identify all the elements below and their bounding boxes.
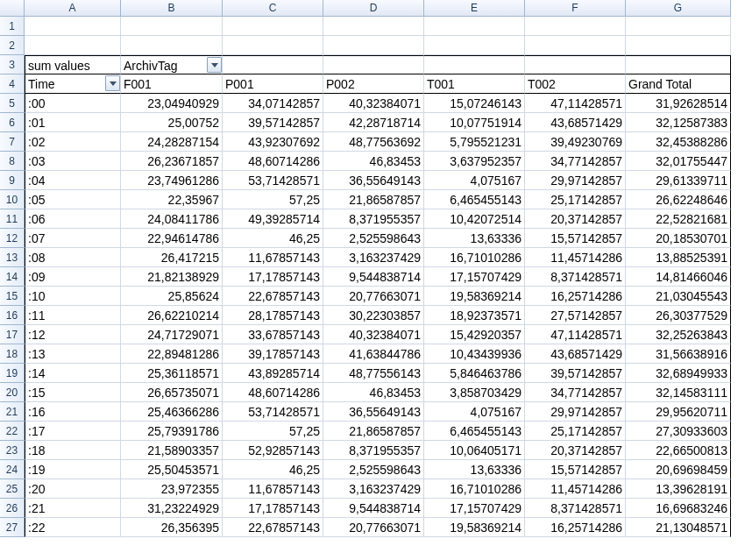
pivot-measure-cell[interactable]: sum values bbox=[25, 55, 121, 74]
row-header-3[interactable]: 3 bbox=[0, 55, 25, 74]
data-cell[interactable]: 13,63336 bbox=[424, 460, 525, 479]
data-cell[interactable]: 42,28718714 bbox=[323, 113, 424, 132]
data-cell[interactable]: 57,25 bbox=[223, 190, 323, 209]
data-cell[interactable]: 17,17857143 bbox=[223, 267, 323, 287]
data-cell[interactable]: 40,32384071 bbox=[323, 325, 424, 344]
data-cell[interactable]: 29,97142857 bbox=[525, 171, 626, 190]
data-cell[interactable]: 8,371428571 bbox=[525, 499, 626, 518]
cell[interactable] bbox=[525, 17, 626, 36]
data-cell[interactable]: 23,04940929 bbox=[121, 94, 223, 113]
cell[interactable] bbox=[25, 17, 121, 36]
data-cell[interactable]: 23,74961286 bbox=[121, 171, 223, 190]
row-header-1[interactable]: 1 bbox=[0, 17, 25, 36]
data-cell[interactable]: 25,46366286 bbox=[121, 402, 223, 422]
time-cell[interactable]: :16 bbox=[25, 402, 121, 422]
data-cell[interactable]: 32,45388286 bbox=[626, 132, 731, 152]
data-cell[interactable]: 48,60714286 bbox=[223, 383, 323, 402]
time-cell[interactable]: :22 bbox=[25, 518, 121, 537]
data-cell[interactable]: 8,371955357 bbox=[323, 209, 424, 229]
pivot-column-field[interactable]: ArchivTag bbox=[121, 55, 223, 74]
data-cell[interactable]: 11,45714286 bbox=[525, 479, 626, 499]
data-cell[interactable]: 13,39628191 bbox=[626, 479, 731, 499]
cell[interactable] bbox=[121, 36, 223, 55]
data-cell[interactable]: 10,06405171 bbox=[424, 441, 525, 460]
data-cell[interactable]: 11,67857143 bbox=[223, 248, 323, 267]
column-header-B[interactable]: B bbox=[121, 0, 223, 17]
data-cell[interactable]: 26,62248646 bbox=[626, 190, 731, 209]
data-cell[interactable]: 43,92307692 bbox=[223, 132, 323, 152]
data-cell[interactable]: 47,11428571 bbox=[525, 325, 626, 344]
row-header-2[interactable]: 2 bbox=[0, 36, 25, 55]
data-cell[interactable]: 33,67857143 bbox=[223, 325, 323, 344]
row-header-4[interactable]: 4 bbox=[0, 74, 25, 94]
data-cell[interactable]: 36,55649143 bbox=[323, 402, 424, 422]
cell[interactable] bbox=[323, 17, 424, 36]
data-cell[interactable]: 30,22303857 bbox=[323, 306, 424, 325]
row-header-25[interactable]: 25 bbox=[0, 479, 25, 499]
data-cell[interactable]: 26,62210214 bbox=[121, 306, 223, 325]
cell[interactable] bbox=[424, 17, 525, 36]
time-cell[interactable]: :19 bbox=[25, 460, 121, 479]
data-cell[interactable]: 29,61339711 bbox=[626, 171, 731, 190]
row-header-24[interactable]: 24 bbox=[0, 460, 25, 479]
row-header-11[interactable]: 11 bbox=[0, 209, 25, 229]
time-cell[interactable]: :14 bbox=[25, 364, 121, 383]
data-cell[interactable]: 32,25263843 bbox=[626, 325, 731, 344]
cell[interactable] bbox=[223, 55, 323, 74]
cell[interactable] bbox=[424, 55, 525, 74]
data-cell[interactable]: 13,88525391 bbox=[626, 248, 731, 267]
row-header-8[interactable]: 8 bbox=[0, 152, 25, 171]
data-cell[interactable]: 22,35967 bbox=[121, 190, 223, 209]
data-cell[interactable]: 11,67857143 bbox=[223, 479, 323, 499]
time-cell[interactable]: :21 bbox=[25, 499, 121, 518]
time-cell[interactable]: :13 bbox=[25, 344, 121, 364]
pivot-col-P002[interactable]: P002 bbox=[323, 74, 424, 94]
data-cell[interactable]: 36,55649143 bbox=[323, 171, 424, 190]
data-cell[interactable]: 15,57142857 bbox=[525, 460, 626, 479]
data-cell[interactable]: 19,58369214 bbox=[424, 518, 525, 537]
data-cell[interactable]: 53,71428571 bbox=[223, 171, 323, 190]
data-cell[interactable]: 31,56638916 bbox=[626, 344, 731, 364]
row-header-21[interactable]: 21 bbox=[0, 402, 25, 422]
data-cell[interactable]: 20,37142857 bbox=[525, 441, 626, 460]
data-cell[interactable]: 43,68571429 bbox=[525, 344, 626, 364]
data-cell[interactable]: 4,075167 bbox=[424, 171, 525, 190]
data-cell[interactable]: 25,85624 bbox=[121, 287, 223, 306]
data-cell[interactable]: 32,14583111 bbox=[626, 383, 731, 402]
cell[interactable] bbox=[525, 36, 626, 55]
data-cell[interactable]: 46,83453 bbox=[323, 383, 424, 402]
data-cell[interactable]: 17,15707429 bbox=[424, 499, 525, 518]
data-cell[interactable]: 9,544838714 bbox=[323, 499, 424, 518]
data-cell[interactable]: 53,71428571 bbox=[223, 402, 323, 422]
row-header-9[interactable]: 9 bbox=[0, 171, 25, 190]
row-header-12[interactable]: 12 bbox=[0, 229, 25, 248]
time-cell[interactable]: :08 bbox=[25, 248, 121, 267]
data-cell[interactable]: 34,07142857 bbox=[223, 94, 323, 113]
data-cell[interactable]: 48,60714286 bbox=[223, 152, 323, 171]
data-cell[interactable]: 21,13048571 bbox=[626, 518, 731, 537]
data-cell[interactable]: 13,63336 bbox=[424, 229, 525, 248]
time-cell[interactable]: :18 bbox=[25, 441, 121, 460]
data-cell[interactable]: 23,972355 bbox=[121, 479, 223, 499]
column-header-E[interactable]: E bbox=[424, 0, 525, 17]
time-cell[interactable]: :09 bbox=[25, 267, 121, 287]
data-cell[interactable]: 8,371428571 bbox=[525, 267, 626, 287]
pivot-col-F001[interactable]: F001 bbox=[121, 74, 223, 94]
row-header-16[interactable]: 16 bbox=[0, 306, 25, 325]
data-cell[interactable]: 10,43439936 bbox=[424, 344, 525, 364]
column-header-F[interactable]: F bbox=[525, 0, 626, 17]
data-cell[interactable]: 49,39285714 bbox=[223, 209, 323, 229]
data-cell[interactable]: 31,23224929 bbox=[121, 499, 223, 518]
data-cell[interactable]: 3,858703429 bbox=[424, 383, 525, 402]
data-cell[interactable]: 15,57142857 bbox=[525, 229, 626, 248]
data-cell[interactable]: 21,86587857 bbox=[323, 190, 424, 209]
data-cell[interactable]: 32,12587383 bbox=[626, 113, 731, 132]
data-cell[interactable]: 15,07246143 bbox=[424, 94, 525, 113]
pivot-col-T001[interactable]: T001 bbox=[424, 74, 525, 94]
data-cell[interactable]: 52,92857143 bbox=[223, 441, 323, 460]
time-cell[interactable]: :02 bbox=[25, 132, 121, 152]
row-header-6[interactable]: 6 bbox=[0, 113, 25, 132]
data-cell[interactable]: 26,23671857 bbox=[121, 152, 223, 171]
data-cell[interactable]: 22,94614786 bbox=[121, 229, 223, 248]
row-header-22[interactable]: 22 bbox=[0, 422, 25, 441]
